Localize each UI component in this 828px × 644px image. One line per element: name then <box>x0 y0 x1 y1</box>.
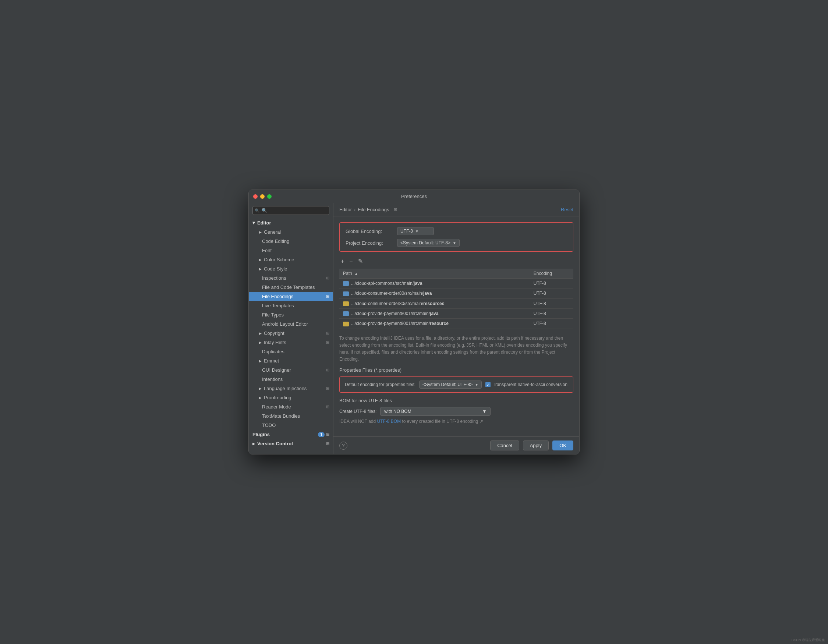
sidebar-item-language-injections[interactable]: ▶ Language Injections ⊞ <box>249 384 333 393</box>
main-content: ▶ Editor ▶ General Code Editing Font ▶ C… <box>249 203 579 454</box>
table-header-row: Path ▲ Encoding <box>339 269 573 279</box>
encoding-cell: UTF-8 <box>530 288 573 298</box>
project-encoding-select[interactable]: <System Default: UTF-8> ▼ <box>397 239 459 247</box>
sidebar-item-code-editing[interactable]: Code Editing <box>249 237 333 246</box>
project-encoding-label: Project Encoding: <box>345 240 397 246</box>
sidebar-item-font[interactable]: Font <box>249 246 333 255</box>
col-path[interactable]: Path ▲ <box>339 269 530 279</box>
sidebar-item-version-control[interactable]: ▶ Version Control ⊞ <box>249 439 333 448</box>
col-encoding[interactable]: Encoding <box>530 269 573 279</box>
sidebar-item-gui-designer[interactable]: GUI Designer ⊞ <box>249 365 333 374</box>
chevron-down-icon: ▶ <box>252 221 256 224</box>
settings-icon: ⊞ <box>326 340 329 345</box>
sidebar-item-intentions[interactable]: Intentions <box>249 374 333 384</box>
bom-section-title: BOM for new UTF-8 files <box>339 398 573 403</box>
encoding-cell: UTF-8 <box>530 319 573 329</box>
global-encoding-row: Global Encoding: UTF-8 ▼ <box>345 227 567 235</box>
settings-icon: ⊞ <box>326 386 329 391</box>
sort-asc-icon: ▲ <box>354 271 358 276</box>
traffic-lights <box>253 194 271 199</box>
sidebar-item-proofreading[interactable]: ▶ Proofreading <box>249 393 333 402</box>
bom-select[interactable]: with NO BOM ▼ <box>380 407 491 416</box>
info-text: To change encoding IntelliJ IDEA uses fo… <box>339 335 573 363</box>
dropdown-arrow-icon: ▼ <box>475 383 478 387</box>
preferences-window: Preferences ▶ Editor ▶ General <box>248 190 580 454</box>
path-cell: .../cloud-consumer-order80/src/main/reso… <box>339 298 530 309</box>
sidebar-item-file-code-templates[interactable]: File and Code Templates <box>249 283 333 292</box>
sidebar: ▶ Editor ▶ General Code Editing Font ▶ C… <box>249 203 333 454</box>
remove-button[interactable]: − <box>348 258 354 265</box>
ok-button[interactable]: OK <box>552 440 573 450</box>
titlebar: Preferences <box>249 190 579 203</box>
sidebar-item-reader-mode[interactable]: Reader Mode ⊞ <box>249 402 333 411</box>
settings-icon: ⊞ <box>326 441 329 446</box>
sidebar-item-file-types[interactable]: File Types <box>249 310 333 320</box>
apply-button[interactable]: Apply <box>523 440 549 450</box>
sidebar-item-inspections[interactable]: Inspections ⊞ <box>249 273 333 283</box>
sidebar-item-general[interactable]: ▶ General <box>249 227 333 237</box>
bom-create-label: Create UTF-8 files: <box>339 409 376 414</box>
add-button[interactable]: + <box>339 258 345 265</box>
right-panel: Editor › File Encodings ⊞ Reset Global E… <box>333 203 579 454</box>
bom-note: IDEA will NOT add UTF-8 BOM to every cre… <box>339 419 573 424</box>
folder-icon <box>343 291 349 296</box>
path-text: .../cloud-api-commons/src/main/java <box>351 281 422 286</box>
close-button[interactable] <box>253 194 257 199</box>
encoding-cell: UTF-8 <box>530 309 573 318</box>
footer-left: ? <box>339 442 347 450</box>
minimize-button[interactable] <box>260 194 265 199</box>
path-text: .../cloud-provide-payment8001/src/main/j… <box>351 311 438 316</box>
sidebar-item-editor[interactable]: ▶ Editor <box>249 218 333 227</box>
sidebar-item-textmate-bundles[interactable]: TextMate Bundles <box>249 411 333 421</box>
table-row[interactable]: .../cloud-provide-payment8001/src/main/r… <box>339 319 573 329</box>
breadcrumb-current: File Encodings <box>358 207 389 212</box>
bom-row: Create UTF-8 files: with NO BOM ▼ <box>339 407 573 416</box>
edit-button[interactable]: ✎ <box>357 258 364 265</box>
help-button[interactable]: ? <box>339 442 347 450</box>
folder-icon <box>343 281 349 286</box>
sidebar-item-live-templates[interactable]: Live Templates <box>249 301 333 310</box>
search-wrapper <box>252 206 329 215</box>
chevron-right-icon: ▶ <box>259 387 262 390</box>
sidebar-item-copyright[interactable]: ▶ Copyright ⊞ <box>249 329 333 338</box>
path-cell: .../cloud-api-commons/src/main/java <box>339 279 530 288</box>
encoding-section: Global Encoding: UTF-8 ▼ Project Encodin… <box>339 222 573 252</box>
breadcrumb: Editor › File Encodings ⊞ <box>339 207 397 212</box>
default-encoding-select[interactable]: <System Default: UTF-8> ▼ <box>419 381 482 389</box>
encoding-cell: UTF-8 <box>530 279 573 288</box>
breadcrumb-separator: › <box>354 207 356 212</box>
table-row[interactable]: .../cloud-consumer-order80/src/main/java… <box>339 288 573 298</box>
sidebar-content: ▶ Editor ▶ General Code Editing Font ▶ C… <box>249 218 333 454</box>
settings-icon: ⊞ <box>326 404 329 409</box>
table-row[interactable]: .../cloud-api-commons/src/main/javaUTF-8 <box>339 279 573 288</box>
sidebar-item-inlay-hints[interactable]: ▶ Inlay Hints ⊞ <box>249 338 333 347</box>
sidebar-item-android-layout-editor[interactable]: Android Layout Editor <box>249 320 333 329</box>
encoding-cell: UTF-8 <box>530 298 573 309</box>
settings-icon: ⊞ <box>326 331 329 335</box>
global-encoding-select[interactable]: UTF-8 ▼ <box>397 227 434 235</box>
path-text: .../cloud-consumer-order80/src/main/reso… <box>351 301 444 306</box>
checkbox-label: Transparent native-to-ascii conversion <box>493 382 568 387</box>
chevron-right-icon: ▶ <box>252 442 255 446</box>
footer: ? Cancel Apply OK <box>333 436 579 454</box>
project-encoding-row: Project Encoding: <System Default: UTF-8… <box>345 239 567 247</box>
sidebar-item-todo[interactable]: TODO <box>249 421 333 430</box>
reset-link[interactable]: Reset <box>561 207 573 212</box>
chevron-right-icon: ▶ <box>259 332 262 335</box>
sidebar-item-duplicates[interactable]: Duplicates <box>249 347 333 356</box>
cancel-button[interactable]: Cancel <box>490 440 519 450</box>
transparent-conversion-checkbox[interactable]: ✓ Transparent native-to-ascii conversion <box>485 382 568 387</box>
path-cell: .../cloud-provide-payment8001/src/main/r… <box>339 319 530 329</box>
panel-body: Global Encoding: UTF-8 ▼ Project Encodin… <box>333 216 579 436</box>
table-row[interactable]: .../cloud-provide-payment8001/src/main/j… <box>339 309 573 318</box>
table-row[interactable]: .../cloud-consumer-order80/src/main/reso… <box>339 298 573 309</box>
sidebar-item-color-scheme[interactable]: ▶ Color Scheme <box>249 255 333 264</box>
sidebar-item-emmet[interactable]: ▶ Emmet <box>249 356 333 365</box>
maximize-button[interactable] <box>267 194 271 199</box>
sidebar-item-file-encodings[interactable]: File Encodings ⊞ <box>249 292 333 301</box>
search-input[interactable] <box>252 206 329 215</box>
sidebar-item-code-style[interactable]: ▶ Code Style <box>249 264 333 273</box>
bom-link[interactable]: UTF-8 BOM <box>377 419 401 424</box>
props-row: Default encoding for properties files: <… <box>345 381 568 389</box>
sidebar-item-plugins[interactable]: Plugins 1 ⊞ <box>249 430 333 439</box>
